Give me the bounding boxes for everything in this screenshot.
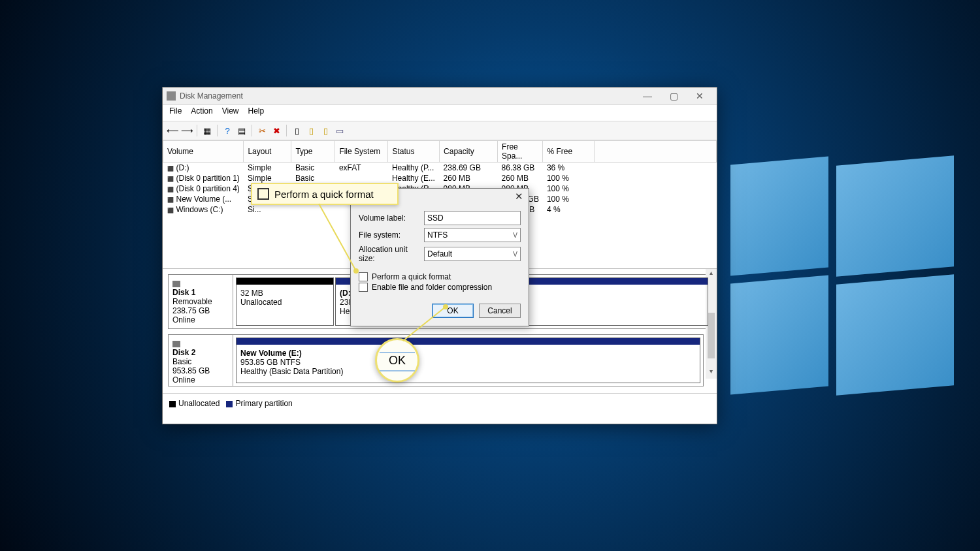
cell-vol: (Disk 0 partition 1) [163,173,244,183]
col-status[interactable]: Status [388,141,440,163]
disk2-size: 953.85 GB [172,366,210,375]
dialog-close-icon[interactable]: ✕ [515,191,523,202]
d1p1-stat: Unallocated [240,298,282,307]
cell-pct: 100 % [543,173,595,183]
table-row[interactable]: (Disk 0 partition 1)SimpleBasicHealthy (… [163,173,717,183]
cell-stat: Healthy (E... [388,173,440,183]
volume-label-input[interactable]: SSD [424,211,521,225]
disk2-type: Basic [172,357,191,366]
separator [197,125,197,136]
window-title: Disk Management [180,91,243,101]
titlebar[interactable]: Disk Management — ▢ ✕ [163,87,717,105]
disk-icon [172,281,180,287]
tool-icon[interactable]: ▯ [305,125,317,136]
back-icon[interactable]: ⟵ [167,125,178,136]
properties-icon[interactable]: ▤ [236,125,248,136]
menubar: File Action View Help [163,105,717,121]
allocation-label: Allocation unit size: [359,245,424,263]
tool-icon[interactable]: ▯ [291,125,302,136]
scroll-thumb[interactable] [708,313,715,358]
ok-button[interactable]: OK [432,304,474,318]
allocation-select[interactable]: DefaultV [424,247,521,261]
cell-lay: Si... [244,204,291,215]
chevron-down-icon: V [513,251,517,258]
volume-label-value: SSD [427,213,444,223]
part-bar-primary [237,338,700,345]
toolbar: ⟵ ⟶ ▦ ? ▤ ✂ ✖ ▯ ▯ ▯ ▭ [163,121,717,140]
d2p1-stat: Healthy (Basic Data Partition) [240,367,343,376]
callout-ok: OK [375,338,419,383]
cell-pct: 36 % [543,163,595,174]
cell-lay: Simple [244,163,291,174]
col-fs[interactable]: File System [335,141,388,163]
d1p1-size: 32 MB [240,289,263,298]
separator [252,125,252,136]
disk1-part-unalloc[interactable]: 32 MBUnallocated [236,277,334,326]
legend-primary: Primary partition [235,399,292,408]
cell-cap: 260 MB [440,173,498,183]
chevron-down-icon: V [513,232,517,239]
refresh-icon[interactable]: ▦ [201,125,213,136]
minimize-button[interactable]: — [634,91,661,101]
col-free[interactable]: Free Spa... [498,141,543,163]
menu-action[interactable]: Action [191,106,212,119]
disk2-status: Online [172,375,195,385]
allocation-value: Default [427,249,452,259]
forward-icon[interactable]: ⟶ [181,125,193,136]
cell-free: 260 MB [498,173,543,183]
menu-file[interactable]: File [169,106,182,119]
app-icon [167,91,176,101]
menu-help[interactable]: Help [248,106,265,119]
cancel-button[interactable]: Cancel [479,304,521,318]
cell-stat: Healthy (P... [388,163,440,174]
col-spacer [595,141,717,163]
separator [217,125,218,136]
tool-icon[interactable]: ▭ [334,125,346,136]
legend-unalloc-sw [169,401,176,407]
cell-pct: 100 % [543,183,595,194]
cell-type: Basic [291,163,335,174]
compression-checkbox[interactable] [359,283,368,292]
disk1-size: 238.75 GB [172,306,210,315]
ok-button-label: OK [447,306,458,315]
format-dialog: ✕ Volume label: SSD File system: NTFSV A… [350,188,529,326]
col-layout[interactable]: Layout [244,141,291,163]
cell-vol: Windows (C:) [163,204,244,215]
tool-icon[interactable]: ▯ [319,125,331,136]
windows-logo [730,161,954,390]
close-button[interactable]: ✕ [687,91,713,101]
d2p1-size: 953.85 GB NTFS [240,358,301,367]
col-capacity[interactable]: Capacity [440,141,498,163]
legend-unalloc: Unallocated [178,399,220,408]
volume-label-label: Volume label: [359,213,424,223]
col-volume[interactable]: Volume [163,141,244,163]
scroll-down-icon[interactable]: ▾ [706,368,717,379]
cell-fs [335,173,388,183]
callout-quick-label: Perform a quick format [274,189,374,200]
disk2-name: Disk 2 [172,348,229,357]
disk2-row[interactable]: Disk 2 Basic 953.85 GB Online New Volume… [168,334,704,386]
cell-fs: exFAT [335,163,388,174]
cell-free: 86.38 GB [498,163,543,174]
menu-view[interactable]: View [222,106,239,119]
separator [286,125,287,136]
quick-format-checkbox[interactable] [359,272,368,281]
action-icon[interactable]: ✂ [256,125,268,136]
help-icon[interactable]: ? [221,125,233,136]
disk2-part-e[interactable]: New Volume (E:)953.85 GB NTFSHealthy (Ba… [236,338,700,383]
compression-label: Enable file and folder compression [372,283,492,292]
filesystem-label: File system: [359,230,424,240]
callout-ok-label: OK [389,354,406,368]
quick-format-label: Perform a quick format [372,272,451,281]
col-type[interactable]: Type [291,141,335,163]
part-bar-unallocated [237,278,333,285]
table-row[interactable]: (D:)SimpleBasicexFATHealthy (P...238.69 … [163,163,717,174]
maximize-button[interactable]: ▢ [661,91,687,101]
filesystem-select[interactable]: NTFSV [424,228,521,242]
col-pctfree[interactable]: % Free [543,141,595,163]
cell-type [291,204,335,215]
cell-cap: 238.69 GB [440,163,498,174]
filesystem-value: NTFS [427,230,448,240]
disk1-status: Online [172,315,195,324]
delete-icon[interactable]: ✖ [270,125,282,136]
